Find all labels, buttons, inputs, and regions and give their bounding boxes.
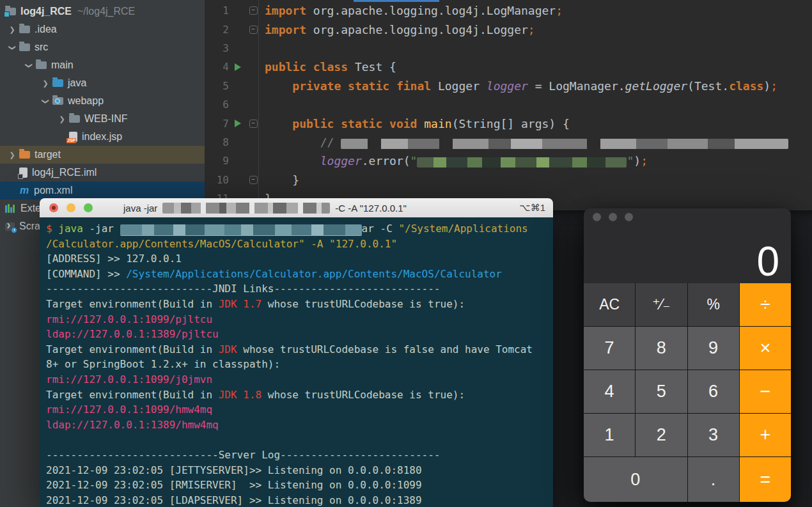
- tree-item-target[interactable]: ❯target: [0, 146, 205, 164]
- run-arrow-icon[interactable]: [229, 120, 247, 127]
- calc-button-equals[interactable]: =: [740, 457, 791, 502]
- terminal-line: 2021-12-09 23:02:05 [JETTYSERVER]>> List…: [46, 463, 547, 478]
- terminal-line: ldap://127.0.0.1:1389/hmw4mq: [46, 417, 547, 433]
- calc-button-minus[interactable]: −: [740, 370, 791, 413]
- line-number: 6: [205, 98, 229, 111]
- calc-button-all-clear[interactable]: AC: [584, 283, 635, 326]
- tree-item-log4j-rce-iml[interactable]: log4j_RCE.iml: [0, 164, 205, 182]
- terminal-line: 8+ or SpringBoot 1.2.x+ in classpath):: [46, 357, 547, 372]
- code-line: 7 public static void main(String[] args)…: [205, 114, 812, 132]
- tree-item-label: log4j_RCE.iml: [32, 167, 97, 178]
- calc-button-plus-minus[interactable]: ⁺⁄₋: [636, 283, 687, 326]
- tree-item-main[interactable]: ❯main: [0, 56, 205, 74]
- terminal-output[interactable]: $ java -jar ar -C "/System/Applications/…: [40, 217, 553, 507]
- minimize-icon[interactable]: [66, 203, 75, 212]
- code-area[interactable]: 1import org.apache.logging.log4j.LogMana…: [205, 1, 812, 208]
- terminal-line: 2021-12-09 23:02:05 [RMISERVER] >> Liste…: [46, 478, 547, 493]
- tree-item-index-jsp[interactable]: JSPindex.jsp: [0, 128, 205, 146]
- calc-button-decimal[interactable]: .: [688, 457, 739, 502]
- line-number: 10: [205, 174, 229, 186]
- libraries-icon: [5, 204, 16, 213]
- fold-icon[interactable]: [247, 120, 260, 128]
- calc-button-digit-5[interactable]: 5: [636, 370, 687, 413]
- folder-blue-icon: [52, 79, 63, 87]
- code-line: 2import org.apache.logging.log4j.Logger;: [205, 20, 812, 38]
- calculator-titlebar[interactable]: [584, 208, 791, 225]
- calc-button-plus[interactable]: +: [740, 414, 791, 456]
- tree-item-idea[interactable]: ❯.idea: [0, 20, 205, 38]
- line-number: 8: [205, 136, 229, 148]
- close-icon[interactable]: [593, 213, 601, 221]
- chevron-expanded-icon[interactable]: ❯: [42, 94, 50, 108]
- tree-item-label: WEB-INF: [84, 113, 128, 125]
- calc-button-digit-3[interactable]: 3: [688, 414, 739, 456]
- code-line: 8 //: [205, 133, 812, 152]
- calc-button-digit-8[interactable]: 8: [636, 327, 687, 370]
- chevron-expanded-icon[interactable]: ❯: [25, 58, 33, 72]
- folder-orange-icon: [19, 151, 30, 159]
- terminal-line: $ java -jar ar -C "/System/Applications: [46, 221, 547, 237]
- terminal-titlebar[interactable]: java -jar -C -A "127.0.0.1" ⌥⌘1: [40, 198, 553, 217]
- chevron-collapsed-icon[interactable]: ❯: [5, 26, 19, 34]
- terminal-title-prefix: java -jar: [123, 203, 157, 214]
- calc-button-multiply[interactable]: ×: [740, 327, 791, 370]
- redacted-title-blur: [162, 203, 330, 214]
- line-number: 1: [205, 4, 229, 17]
- calc-button-digit-1[interactable]: 1: [584, 414, 635, 456]
- tree-item-java[interactable]: ❯java: [0, 74, 205, 92]
- chevron-expanded-icon[interactable]: ❯: [8, 40, 17, 54]
- calc-button-digit-2[interactable]: 2: [636, 414, 687, 456]
- terminal-line: rmi://127.0.0.1:1099/pjltcu: [46, 312, 547, 327]
- terminal-tab-shortcut: ⌥⌘1: [519, 198, 545, 217]
- tree-item-log4j-rce-root[interactable]: log4j_RCE~/log4j_RCE: [0, 3, 205, 20]
- tree-item-label: pom.xml: [34, 185, 72, 196]
- fold-icon[interactable]: [247, 6, 260, 15]
- zoom-icon[interactable]: [84, 203, 93, 212]
- calc-button-digit-7[interactable]: 7: [584, 327, 635, 370]
- tree-item-label: log4j_RCE: [20, 6, 72, 17]
- chevron-collapsed-icon[interactable]: ❯: [38, 79, 52, 88]
- desktop-screen: 1import org.apache.logging.log4j.LogMana…: [0, 0, 812, 507]
- line-number: 9: [205, 155, 229, 167]
- project-icon: [5, 8, 16, 15]
- code-line: 10 }: [205, 171, 812, 189]
- tree-item-label: java: [68, 77, 86, 89]
- code-text: private static final Logger logger = Log…: [260, 79, 777, 93]
- clock-icon: [11, 227, 17, 233]
- fold-icon[interactable]: [247, 176, 260, 184]
- minimize-icon[interactable]: [609, 213, 617, 221]
- zoom-icon[interactable]: [625, 213, 633, 221]
- calc-button-digit-0[interactable]: 0: [584, 457, 687, 502]
- line-number: 4: [205, 61, 229, 73]
- terminal-title: java -jar -C -A "127.0.0.1": [123, 203, 407, 214]
- calc-button-digit-6[interactable]: 6: [688, 370, 739, 413]
- tree-item-pom-xml[interactable]: mpom.xml: [0, 182, 205, 199]
- tree-item-label: index.jsp: [82, 131, 122, 143]
- fold-icon[interactable]: [247, 26, 260, 34]
- redacted-blur: [417, 157, 627, 168]
- code-line: 3: [205, 39, 812, 58]
- close-icon[interactable]: [49, 203, 58, 212]
- code-line: 5 private static final Logger logger = L…: [205, 77, 812, 95]
- calc-button-divide[interactable]: ÷: [740, 283, 791, 326]
- tree-item-label: main: [51, 59, 74, 71]
- tree-item-web-inf[interactable]: ❯WEB-INF: [0, 110, 205, 128]
- calc-button-percent[interactable]: %: [688, 283, 739, 326]
- run-arrow-icon[interactable]: [229, 63, 247, 71]
- terminal-line: /Calculator.app/Contents/MacOS/Calculato…: [46, 237, 547, 252]
- terminal-line: [ADDRESS] >> 127.0.0.1: [46, 251, 547, 267]
- chevron-collapsed-icon[interactable]: ❯: [5, 151, 19, 159]
- code-text: logger.error("");: [260, 154, 648, 168]
- code-line: 9 logger.error("");: [205, 152, 812, 170]
- calc-button-digit-9[interactable]: 9: [688, 327, 739, 370]
- tree-item-webapp[interactable]: ❯webapp: [0, 92, 205, 110]
- chevron-collapsed-icon[interactable]: ❯: [55, 115, 69, 123]
- code-text: public class Test {: [260, 60, 396, 74]
- calc-button-digit-4[interactable]: 4: [584, 370, 635, 413]
- redacted-blur: [341, 139, 788, 149]
- tree-item-src[interactable]: ❯src: [0, 38, 205, 56]
- terminal-line: ----------------------------Server Log--…: [46, 448, 547, 463]
- terminal-window[interactable]: java -jar -C -A "127.0.0.1" ⌥⌘1 $ java -…: [40, 198, 553, 507]
- calculator-window[interactable]: 0 AC⁺⁄₋%÷789×456−123+0.=: [584, 208, 791, 502]
- project-path: ~/log4j_RCE: [77, 6, 135, 17]
